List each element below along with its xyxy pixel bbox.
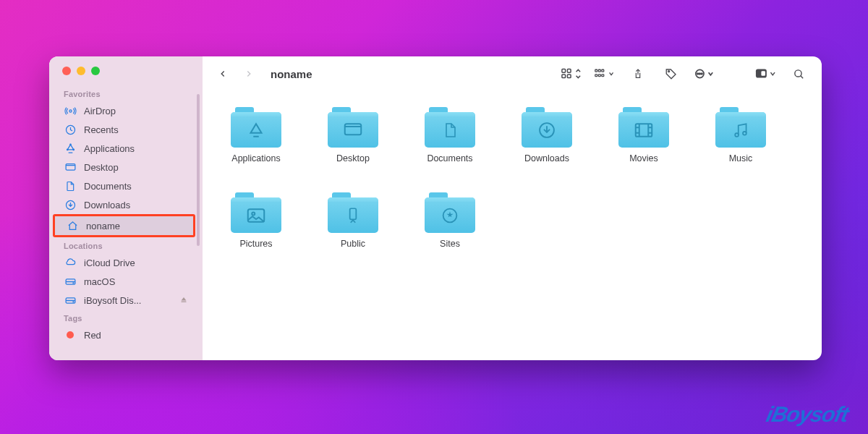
preview-toggle-button[interactable] [755,64,775,84]
svg-point-48 [735,133,739,137]
share-button[interactable] [628,64,648,84]
sidebar-item-label: Red [84,330,101,341]
forward-button[interactable] [239,64,259,84]
svg-point-12 [72,282,73,283]
folder-label: Pictures [239,239,272,249]
sidebar-item-label: Documents [84,181,132,192]
home-icon [66,219,79,232]
doc-icon [64,179,77,192]
sidebar-item-label: Downloads [84,200,130,210]
desktop-wallpaper: FavoritesAirDropRecentsApplicationsDeskt… [0,0,868,434]
sidebar-section-header: Favorites [49,85,195,101]
sidebar-item-label: noname [86,221,120,231]
back-button[interactable] [213,64,233,84]
svg-point-49 [743,131,746,135]
sidebar-item-icloud-drive[interactable]: iCloud Drive [49,253,195,272]
sidebar-item-label: iBoysoft Dis... [84,295,141,306]
tag-red-icon [64,328,77,341]
desktop-icon [64,161,77,174]
svg-rect-21 [595,69,597,72]
svg-point-15 [72,301,73,302]
folder-label: Music [729,153,753,163]
sidebar-item-documents[interactable]: Documents [49,176,195,195]
group-by-button[interactable] [595,64,615,84]
folder-label: Documents [427,153,472,163]
svg-rect-6 [66,163,75,170]
sidebar-item-red[interactable]: Red [49,326,195,344]
tags-button[interactable] [661,64,681,84]
svg-marker-54 [446,211,453,217]
sidebar-item-airdrop[interactable]: AirDrop [49,101,195,120]
finder-window: FavoritesAirDropRecentsApplicationsDeskt… [49,56,822,360]
sidebar-item-downloads[interactable]: Downloads [49,195,195,214]
folder-item-music[interactable]: Music [709,107,773,163]
content-pane: noname [203,56,822,360]
sidebar-item-noname[interactable]: noname [53,214,195,237]
watermark-logo: iBoysoft [764,402,850,427]
svg-point-29 [697,73,699,75]
fullscreen-button[interactable] [91,67,100,75]
sidebar-item-label: macOS [84,276,115,287]
svg-rect-33 [761,71,765,76]
svg-point-30 [699,73,701,75]
svg-rect-17 [562,69,566,72]
svg-rect-52 [350,208,357,219]
folder-item-applications[interactable]: Applications [224,107,288,163]
cloud-icon [64,256,77,269]
sidebar-item-recents[interactable]: Recents [49,120,195,139]
svg-rect-25 [598,75,600,77]
sidebar-scrollbar[interactable] [197,94,200,246]
svg-point-27 [668,71,670,72]
svg-point-0 [69,109,71,111]
folder-icon [231,192,281,233]
sidebar-item-desktop[interactable]: Desktop [49,158,195,176]
disk-icon [64,294,77,307]
icon-grid: ApplicationsDesktopDocumentsDownloadsMov… [203,91,822,265]
folder-label: Applications [231,153,280,163]
svg-point-2 [69,144,70,145]
folder-label: Public [341,239,365,249]
search-button[interactable] [788,64,809,84]
clock-icon [64,123,77,136]
folder-item-downloads[interactable]: Downloads [515,107,579,163]
folder-item-sites[interactable]: Sites [418,192,482,249]
folder-icon [425,192,475,233]
svg-point-51 [252,212,255,215]
sidebar-item-label: Applications [84,143,135,154]
sidebar-item-macos[interactable]: macOS [49,272,195,291]
folder-item-documents[interactable]: Documents [418,107,482,163]
sidebar-item-iboysoft-dis-[interactable]: iBoysoft Dis... [49,291,195,310]
action-menu-button[interactable] [694,64,715,84]
app-icon [64,142,77,155]
view-switcher-button[interactable] [561,64,582,84]
sidebar-item-label: iCloud Drive [84,258,135,268]
svg-rect-37 [345,124,362,135]
svg-rect-18 [567,69,571,72]
svg-rect-26 [602,75,604,77]
svg-rect-41 [636,124,652,137]
folder-item-desktop[interactable]: Desktop [321,107,385,163]
svg-point-3 [67,149,67,150]
folder-icon [425,107,475,148]
sidebar: FavoritesAirDropRecentsApplicationsDeskt… [49,56,203,360]
airdrop-icon [64,104,77,117]
svg-rect-19 [562,75,566,78]
window-controls [49,56,203,85]
minimize-button[interactable] [77,67,85,75]
download-icon [64,198,77,211]
folder-icon [231,107,281,148]
svg-point-31 [701,73,702,75]
sidebar-item-label: Desktop [84,162,119,173]
sidebar-item-applications[interactable]: Applications [49,139,195,158]
close-button[interactable] [62,67,71,75]
svg-rect-23 [602,69,604,72]
eject-icon[interactable] [179,295,188,306]
svg-rect-16 [182,301,187,302]
folder-icon [715,107,766,148]
folder-item-pictures[interactable]: Pictures [224,192,288,249]
folder-icon [328,107,378,148]
folder-item-movies[interactable]: Movies [612,107,676,163]
sidebar-item-label: Recents [84,124,119,135]
folder-item-public[interactable]: Public [321,192,385,249]
svg-rect-20 [567,75,571,78]
